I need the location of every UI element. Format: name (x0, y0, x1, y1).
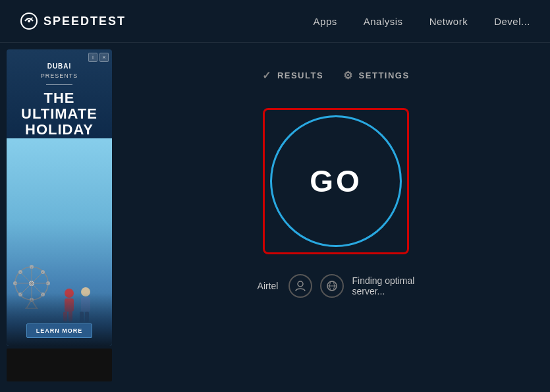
go-button-wrapper: GO (263, 108, 409, 254)
svg-line-19 (32, 272, 43, 283)
logo[interactable]: SPEEDTEST (20, 12, 126, 30)
ad-image-area: LEARN MORE (7, 138, 112, 346)
ad-the: THE (14, 90, 104, 106)
svg-line-17 (20, 272, 32, 283)
main-nav: Apps Analysis Network Devel... (314, 16, 530, 27)
nav-item-network[interactable]: Network (429, 16, 468, 27)
speedtest-logo-icon (20, 12, 38, 30)
settings-icon: ⚙ (343, 69, 354, 82)
learn-more-button[interactable]: LEARN MORE (26, 323, 93, 338)
ad-text-area: DUBAI PRESENTS THE ULTIMATE HOLIDAY (7, 49, 112, 138)
results-icon: ✓ (262, 69, 272, 82)
ad-corner-icons: i × (88, 53, 109, 62)
tab-settings[interactable]: ⚙ SETTINGS (343, 69, 410, 82)
ad-close-icon[interactable]: × (99, 53, 109, 62)
ad-city: DUBAI (14, 63, 104, 70)
svg-point-32 (298, 281, 303, 287)
ad-box: i × DUBAI PRESENTS THE ULTIMATE HOLIDAY (7, 49, 112, 346)
skyline (7, 293, 112, 346)
nav-item-analysis[interactable]: Analysis (364, 16, 403, 27)
ad-info-icon[interactable]: i (88, 53, 97, 62)
tab-results[interactable]: ✓ RESULTS (262, 69, 323, 82)
nav-item-devel[interactable]: Devel... (494, 16, 530, 27)
ad-sidebar: i × DUBAI PRESENTS THE ULTIMATE HOLIDAY (0, 43, 122, 392)
status-provider: Airtel (258, 281, 279, 291)
go-label: GO (310, 163, 362, 199)
main-content: i × DUBAI PRESENTS THE ULTIMATE HOLIDAY (0, 43, 550, 392)
status-bar: Airtel Finding optimal server... (258, 274, 415, 298)
go-button[interactable]: GO (270, 115, 402, 247)
ad-divider (46, 84, 72, 85)
tab-results-label: RESULTS (277, 70, 323, 80)
nav-item-apps[interactable]: Apps (314, 16, 337, 27)
finding-text: Finding optimal server... (352, 275, 414, 296)
header: SPEEDTEST Apps Analysis Network Devel... (0, 0, 550, 43)
user-icon (289, 274, 312, 298)
ad-main-line1: ULTIMATE (14, 106, 104, 122)
ad-presents: PRESENTS (14, 72, 104, 79)
tabs-bar: ✓ RESULTS ⚙ SETTINGS (262, 69, 409, 82)
center-content: ✓ RESULTS ⚙ SETTINGS GO Airtel (122, 43, 550, 392)
globe-icon (320, 274, 344, 298)
tab-settings-label: SETTINGS (359, 70, 410, 80)
ad-bottom-bar (7, 349, 112, 381)
logo-text: SPEEDTEST (43, 14, 126, 28)
ad-main-line2: HOLIDAY (14, 122, 104, 138)
